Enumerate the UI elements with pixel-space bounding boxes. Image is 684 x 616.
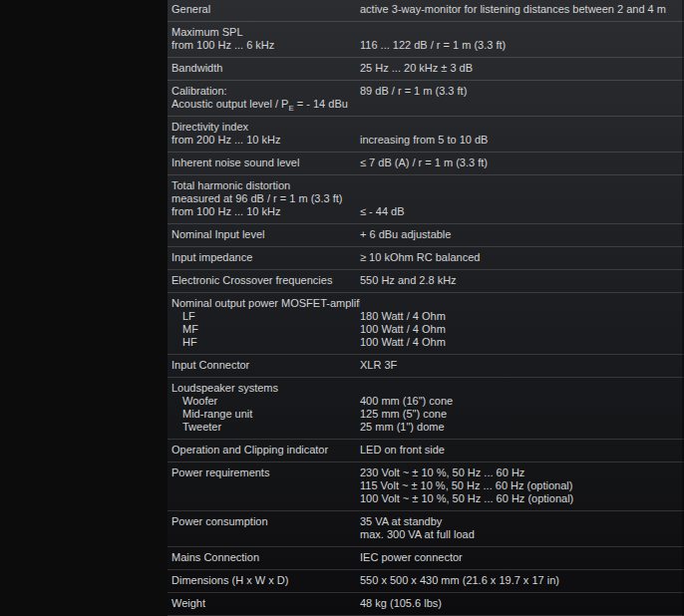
spec-label-text: Operation and Clipping indicator xyxy=(171,444,328,456)
spec-row: Nominal output power MOSFET-amplifierLF1… xyxy=(168,293,684,354)
spec-value: 25 mm (1") dome xyxy=(360,421,684,434)
spec-value: 230 Volt ~ ± 10 %, 50 Hz ... 60 Hz xyxy=(360,466,684,479)
spec-row: Generalactive 3-way-monitor for listenin… xyxy=(168,0,684,21)
spec-row: Bandwidth25 Hz ... 20 kHz ± 3 dB xyxy=(168,58,684,80)
spec-label: Acoustic output level / PE = - 14 dBu xyxy=(168,98,360,111)
spec-sheet: Generalactive 3-way-monitor for listenin… xyxy=(0,0,684,616)
spec-label: Calibration: xyxy=(168,85,360,98)
spec-label: Electronic Crossover frequencies xyxy=(168,274,360,287)
spec-row: Dimensions (H x W x D)550 x 500 x 430 mm… xyxy=(168,570,684,592)
spec-value: 100 Watt / 4 Ohm xyxy=(360,336,684,349)
spec-line: Power requirements230 Volt ~ ± 10 %, 50 … xyxy=(168,466,684,479)
spec-label: from 100 Hz ... 6 kHz xyxy=(168,39,360,52)
spec-label-text: Nominal output power MOSFET-amplifier xyxy=(171,297,360,309)
spec-label: Maximum SPL xyxy=(168,26,360,39)
spec-label-text: Acoustic output level / P xyxy=(171,98,288,110)
spec-label-text: = - 14 dBu xyxy=(294,98,348,110)
spec-row: Power requirements230 Volt ~ ± 10 %, 50 … xyxy=(168,462,684,510)
spec-line: Electronic Crossover frequencies550 Hz a… xyxy=(168,274,684,287)
spec-label: Nominal output power MOSFET-amplifier xyxy=(168,297,360,310)
spec-label-text: Maximum SPL xyxy=(171,26,243,38)
spec-label: Inherent noise sound level xyxy=(168,156,360,169)
spec-line: Power consumption35 VA at standby xyxy=(168,515,684,528)
spec-line: Directivity index xyxy=(168,121,684,134)
spec-line: Acoustic output level / PE = - 14 dBu xyxy=(168,98,684,111)
spec-label: Dimensions (H x W x D) xyxy=(168,574,360,587)
spec-label: Total harmonic distortion xyxy=(168,179,360,192)
spec-label-text: Tweeter xyxy=(182,421,221,433)
spec-line: Nominal Input level+ 6 dBu adjustable xyxy=(168,228,684,241)
spec-label: Mains Connection xyxy=(168,551,360,564)
spec-label: Loudspeaker systems xyxy=(168,382,360,395)
spec-value: increasing from 5 to 10 dB xyxy=(360,134,684,147)
spec-label: HF xyxy=(168,336,360,349)
spec-label-text: Electronic Crossover frequencies xyxy=(171,274,332,286)
spec-row: Loudspeaker systemsWoofer400 mm (16") co… xyxy=(168,378,684,439)
spec-line: Dimensions (H x W x D)550 x 500 x 430 mm… xyxy=(168,574,684,587)
spec-value: max. 300 VA at full load xyxy=(360,528,684,541)
spec-value: 115 Volt ~ ± 10 %, 50 Hz ... 60 Hz (opti… xyxy=(360,479,684,492)
spec-label-text: Dimensions (H x W x D) xyxy=(171,574,288,586)
spec-value: 25 Hz ... 20 kHz ± 3 dB xyxy=(360,62,684,75)
spec-label: Woofer xyxy=(168,395,360,408)
spec-label: Bandwidth xyxy=(168,62,360,75)
spec-line: from 100 Hz ... 6 kHz116 ... 122 dB / r … xyxy=(168,39,684,52)
spec-row: Total harmonic distortionmeasured at 96 … xyxy=(168,175,684,223)
spec-label: Operation and Clipping indicator xyxy=(168,444,360,457)
spec-row: Operation and Clipping indicatorLED on f… xyxy=(168,440,684,462)
spec-value: active 3-way-monitor for listening dista… xyxy=(360,3,684,16)
spec-line: from 200 Hz ... 10 kHzincreasing from 5 … xyxy=(168,134,684,147)
spec-label: from 200 Hz ... 10 kHz xyxy=(168,134,360,147)
spec-value: 550 Hz and 2.8 kHz xyxy=(360,274,684,287)
spec-value: ≥ 10 kOhm RC balanced xyxy=(360,251,684,264)
spec-row: Inherent noise sound level≤ 7 dB (A) / r… xyxy=(168,153,684,174)
spec-line: Weight48 kg (105.6 lbs) xyxy=(168,597,684,610)
spec-label-text: Woofer xyxy=(182,395,217,407)
spec-line: Operation and Clipping indicatorLED on f… xyxy=(168,444,684,457)
spec-line: Total harmonic distortion xyxy=(168,179,684,192)
spec-label-text: Nominal Input level xyxy=(171,228,265,240)
spec-label: Tweeter xyxy=(168,421,360,434)
spec-label: Power requirements xyxy=(168,466,360,479)
spec-row: Mains ConnectionIEC power connector xyxy=(168,547,684,569)
spec-line: max. 300 VA at full load xyxy=(168,528,684,541)
spec-label-text: Inherent noise sound level xyxy=(171,156,299,168)
spec-line: HF100 Watt / 4 Ohm xyxy=(168,336,684,349)
spec-label-text: General xyxy=(171,3,210,15)
spec-label-text: measured at 96 dB / r = 1 m (3.3 ft) xyxy=(171,192,343,204)
spec-value: 89 dB / r = 1 m (3.3 ft) xyxy=(360,85,684,98)
spec-label-text: from 200 Hz ... 10 kHz xyxy=(171,134,280,146)
spec-label-text: Weight xyxy=(171,597,205,609)
spec-row: Maximum SPLfrom 100 Hz ... 6 kHz116 ... … xyxy=(168,22,684,57)
spec-label-text: Calibration: xyxy=(171,85,227,97)
spec-label-text: Power consumption xyxy=(171,515,268,527)
spec-row: Nominal Input level+ 6 dBu adjustable xyxy=(168,224,684,246)
spec-label: Nominal Input level xyxy=(168,228,360,241)
spec-line: Calibration:89 dB / r = 1 m (3.3 ft) xyxy=(168,85,684,98)
spec-line: Mains ConnectionIEC power connector xyxy=(168,551,684,564)
spec-row: Electronic Crossover frequencies550 Hz a… xyxy=(168,270,684,292)
spec-label: Input impedance xyxy=(168,251,360,264)
spec-row: Input ConnectorXLR 3F xyxy=(168,355,684,377)
spec-line: Loudspeaker systems xyxy=(168,382,684,395)
spec-row: Weight48 kg (105.6 lbs) xyxy=(168,593,684,615)
spec-line: Input ConnectorXLR 3F xyxy=(168,359,684,372)
spec-value: 180 Watt / 4 Ohm xyxy=(360,310,684,323)
spec-line: from 100 Hz ... 10 kHz≤ - 44 dB xyxy=(168,205,684,218)
spec-line: Woofer400 mm (16") cone xyxy=(168,395,684,408)
spec-line: measured at 96 dB / r = 1 m (3.3 ft) xyxy=(168,192,684,205)
spec-value: ≤ 7 dB (A) / r = 1 m (3.3 ft) xyxy=(360,156,684,169)
spec-label: General xyxy=(168,3,360,16)
spec-label: from 100 Hz ... 10 kHz xyxy=(168,205,360,218)
spec-value: ≤ - 44 dB xyxy=(360,205,684,218)
spec-value: 116 ... 122 dB / r = 1 m (3.3 ft) xyxy=(360,39,684,52)
spec-line: MF100 Watt / 4 Ohm xyxy=(168,323,684,336)
spec-line: LF180 Watt / 4 Ohm xyxy=(168,310,684,323)
spec-label-text: Bandwidth xyxy=(171,62,222,74)
spec-label-text: MF xyxy=(182,323,198,335)
spec-label: measured at 96 dB / r = 1 m (3.3 ft) xyxy=(168,192,360,205)
left-margin-panel xyxy=(0,0,168,616)
spec-line: Input impedance≥ 10 kOhm RC balanced xyxy=(168,251,684,264)
spec-label: Input Connector xyxy=(168,359,360,372)
spec-value: 35 VA at standby xyxy=(360,515,684,528)
